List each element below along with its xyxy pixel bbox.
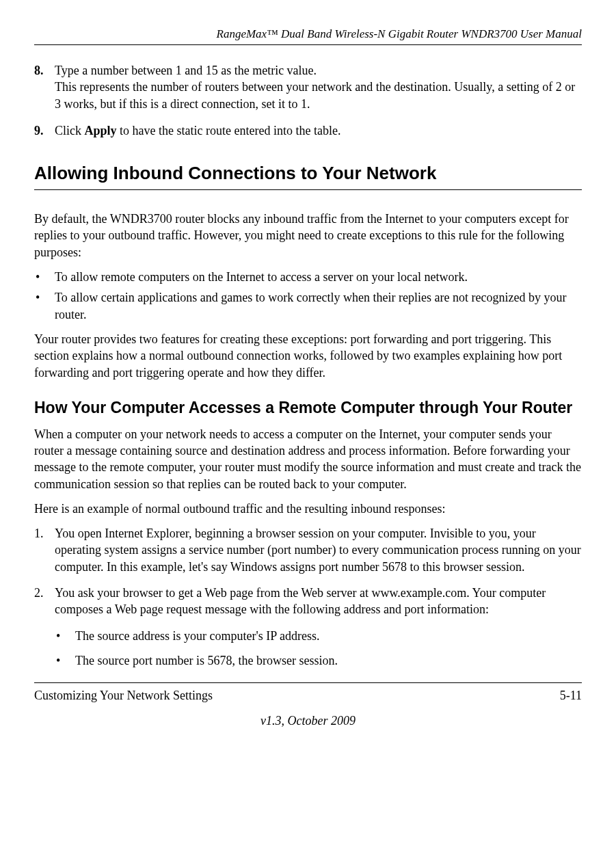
footer-divider xyxy=(34,682,582,683)
bullet-marker: • xyxy=(34,289,55,323)
ordered-number-1: 1. xyxy=(34,525,55,575)
sub-bullet-1: • The source address is your computer's … xyxy=(55,628,582,644)
ordered-number-2: 2. xyxy=(34,585,55,618)
ordered-item-2: 2. You ask your browser to get a Web pag… xyxy=(34,585,582,618)
footer-left: Customizing Your Network Settings xyxy=(34,689,213,703)
bullet-marker: • xyxy=(55,628,75,644)
section-heading: Allowing Inbound Connections to Your Net… xyxy=(34,163,582,184)
step-8-text: Type a number between 1 and 15 as the me… xyxy=(55,62,582,112)
step-9-number: 9. xyxy=(34,122,55,139)
bullet-marker: • xyxy=(55,652,75,669)
ordered-text-1: You open Internet Explorer, beginning a … xyxy=(55,525,582,575)
header-divider xyxy=(34,44,582,45)
ordered-item-1: 1. You open Internet Explorer, beginning… xyxy=(34,525,582,575)
step-9: 9. Click Apply to have the static route … xyxy=(34,122,582,139)
step-9-suffix: to have the static route entered into th… xyxy=(117,124,341,137)
step-9-bold: Apply xyxy=(85,124,117,137)
page-header-title: RangeMax™ Dual Band Wireless-N Gigabit R… xyxy=(34,27,582,41)
subsection-heading: How Your Computer Accesses a Remote Comp… xyxy=(34,398,582,418)
subsection-para-2: Here is an example of normal outbound tr… xyxy=(34,501,582,517)
intro-paragraph: By default, the WNDR3700 router blocks a… xyxy=(34,211,582,261)
footer-version: v1.3, October 2009 xyxy=(34,714,582,728)
bullet-item-1: • To allow remote computers on the Inter… xyxy=(34,269,582,285)
bullet-text-1: To allow remote computers on the Interne… xyxy=(55,269,468,285)
sub-bullet-2: • The source port number is 5678, the br… xyxy=(55,652,582,669)
step-8-number: 8. xyxy=(34,62,55,112)
footer-row: Customizing Your Network Settings 5-11 xyxy=(34,689,582,703)
step-9-text: Click Apply to have the static route ent… xyxy=(55,122,582,139)
subsection-para-1: When a computer on your network needs to… xyxy=(34,426,582,492)
step-8: 8. Type a number between 1 and 15 as the… xyxy=(34,62,582,112)
explanation-paragraph: Your router provides two features for cr… xyxy=(34,331,582,381)
section-divider xyxy=(34,189,582,190)
sub-bullet-text-2: The source port number is 5678, the brow… xyxy=(75,652,338,669)
footer-page-number: 5-11 xyxy=(560,689,582,703)
bullet-item-2: • To allow certain applications and game… xyxy=(34,289,582,323)
sub-bullet-text-1: The source address is your computer's IP… xyxy=(75,628,320,644)
bullet-marker: • xyxy=(34,269,55,285)
bullet-text-2: To allow certain applications and games … xyxy=(55,289,582,323)
ordered-text-2: You ask your browser to get a Web page f… xyxy=(55,585,582,618)
step-9-prefix: Click xyxy=(55,124,85,137)
